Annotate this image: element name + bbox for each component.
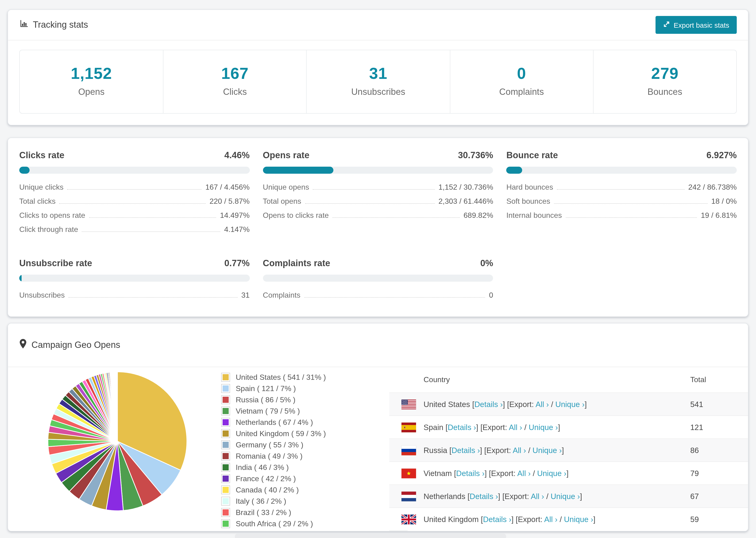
- geo-header: Campaign Geo Opens: [8, 323, 748, 367]
- bracket: ]: [566, 469, 568, 477]
- table-row: Vietnam [Details ›] [Export: All › / Uni…: [389, 461, 748, 484]
- legend-item[interactable]: Vietnam ( 79 / 5% ): [221, 406, 326, 415]
- bracket: ] [: [476, 423, 483, 431]
- dotted-leader: [82, 232, 220, 232]
- export-all-link[interactable]: All ›: [509, 423, 522, 431]
- legend-label: South Africa ( 29 / 2% ): [236, 519, 313, 528]
- legend-item[interactable]: South Africa ( 29 / 2% ): [221, 519, 326, 528]
- dotted-leader: [554, 203, 707, 204]
- export-all-link[interactable]: All ›: [536, 400, 549, 408]
- rate-detail-list: Unique clicks167 / 4.456%Total clicks220…: [19, 183, 249, 234]
- legend-item[interactable]: Germany ( 55 / 3% ): [221, 440, 326, 449]
- details-link[interactable]: Details ›: [452, 446, 480, 454]
- legend-item[interactable]: Russia ( 86 / 5% ): [221, 395, 326, 404]
- stat-row-label: Unique opens: [263, 183, 309, 191]
- export-all-link[interactable]: All ›: [517, 469, 531, 477]
- rate-card-complaints-rate: Complaints rate0%Complaints0: [263, 258, 493, 305]
- column-header-total: Total: [690, 376, 748, 384]
- rate-head: Opens rate30.736%: [263, 150, 493, 161]
- country-name: Netherlands: [423, 492, 467, 500]
- total-cell: 67: [690, 492, 748, 501]
- tracking-stats-header: Tracking stats Export basic stats: [8, 10, 748, 40]
- export-unique-link[interactable]: Unique ›: [551, 492, 580, 500]
- pie-legend: United States ( 541 / 31% )Spain ( 121 /…: [221, 373, 326, 530]
- rate-detail-list: Unique opens1,152 / 30.736%Total opens2,…: [263, 183, 493, 220]
- dotted-leader: [557, 189, 685, 190]
- legend-swatch-color: [223, 498, 229, 504]
- page-title: Tracking stats: [33, 20, 88, 30]
- rate-title: Bounce rate: [507, 150, 558, 161]
- legend-item[interactable]: India ( 46 / 3% ): [221, 463, 326, 472]
- export-unique-link[interactable]: Unique ›: [555, 400, 585, 408]
- export-unique-link[interactable]: Unique ›: [564, 515, 593, 523]
- bracket: ]: [562, 446, 564, 454]
- progress-bar-fill: [507, 167, 522, 174]
- legend-item[interactable]: Canada ( 40 / 2% ): [221, 485, 326, 494]
- legend-swatch: [221, 406, 230, 415]
- legend-item[interactable]: United Kingdom ( 59 / 3% ): [221, 429, 326, 438]
- details-link[interactable]: Details ›: [469, 492, 498, 500]
- legend-swatch-color: [223, 385, 229, 392]
- progress-bar: [263, 275, 493, 282]
- export-basic-stats-button[interactable]: Export basic stats: [655, 16, 737, 34]
- rate-value: 6.927%: [706, 150, 737, 161]
- stat-row-value: 220 / 5.87%: [210, 197, 250, 206]
- stat-row-value: 689.82%: [463, 211, 493, 220]
- legend-item[interactable]: Spain ( 121 / 7% ): [221, 384, 326, 393]
- stat-row: Total opens2,303 / 61.446%: [263, 197, 493, 206]
- details-link[interactable]: Details ›: [474, 400, 503, 408]
- rate-value: 0%: [480, 258, 493, 269]
- progress-bar-fill: [263, 167, 334, 174]
- flag-icon-gb: [402, 514, 416, 524]
- details-link[interactable]: Details ›: [483, 515, 512, 523]
- export-label: Export:: [482, 423, 509, 431]
- details-link[interactable]: Details ›: [448, 423, 476, 431]
- legend-item[interactable]: France ( 42 / 2% ): [221, 474, 326, 483]
- bracket: [: [481, 515, 483, 523]
- legend-swatch: [221, 384, 230, 393]
- export-unique-link[interactable]: Unique ›: [537, 469, 567, 477]
- export-unique-link[interactable]: Unique ›: [532, 446, 562, 454]
- dotted-leader: [59, 203, 206, 204]
- legend-item[interactable]: United States ( 541 / 31% ): [221, 373, 326, 382]
- rate-value: 30.736%: [458, 150, 493, 161]
- stat-row: Clicks to opens rate14.497%: [19, 211, 249, 220]
- export-label: Export:: [491, 469, 517, 477]
- legend-item[interactable]: Netherlands ( 67 / 4% ): [221, 418, 326, 427]
- dotted-leader: [89, 217, 216, 218]
- dotted-leader: [333, 217, 460, 218]
- horizontal-scrollbar[interactable]: [235, 533, 506, 538]
- stat-row: Unsubscribes31: [19, 291, 249, 299]
- rate-head: Unsubscribe rate0.77%: [19, 258, 249, 269]
- details-link[interactable]: Details ›: [456, 469, 485, 477]
- export-all-link[interactable]: All ›: [531, 492, 544, 500]
- stat-row-value: 2,303 / 61.446%: [439, 197, 493, 206]
- stat-label: Bounces: [594, 87, 736, 97]
- stat-box: 279Bounces: [593, 50, 736, 113]
- legend-item[interactable]: Italy ( 36 / 2% ): [221, 497, 326, 506]
- geo-country-table: Country Total United States [Details ›] …: [389, 367, 748, 531]
- export-label: Export:: [518, 515, 544, 523]
- legend-swatch-color: [223, 430, 229, 437]
- stat-row-value: 31: [242, 291, 250, 299]
- stat-row-label: Internal bounces: [507, 211, 562, 220]
- export-unique-link[interactable]: Unique ›: [529, 423, 558, 431]
- legend-item[interactable]: Brazil ( 33 / 2% ): [221, 508, 326, 517]
- rate-head: Clicks rate4.46%: [19, 150, 249, 161]
- export-all-link[interactable]: All ›: [544, 515, 558, 523]
- total-cell: 121: [690, 423, 748, 432]
- legend-swatch-color: [223, 397, 229, 403]
- country-cell: Spain [Details ›] [Export: All › / Uniqu…: [389, 422, 690, 432]
- summary-stats: 1,152Opens167Clicks31Unsubscribes0Compla…: [8, 40, 748, 125]
- rate-title: Clicks rate: [19, 150, 64, 161]
- legend-item[interactable]: Romania ( 49 / 3% ): [221, 452, 326, 460]
- stat-label: Complaints: [450, 87, 593, 97]
- rate-card-opens-rate: Opens rate30.736%Unique opens1,152 / 30.…: [263, 150, 493, 240]
- rate-head: Bounce rate6.927%: [507, 150, 737, 161]
- stat-row-label: Clicks to opens rate: [19, 211, 85, 220]
- rate-title: Opens rate: [263, 150, 309, 161]
- stat-row-label: Soft bounces: [507, 197, 550, 206]
- legend-swatch: [221, 508, 230, 517]
- export-all-link[interactable]: All ›: [513, 446, 526, 454]
- country-links: Netherlands [Details ›] [Export: All › /…: [423, 492, 582, 501]
